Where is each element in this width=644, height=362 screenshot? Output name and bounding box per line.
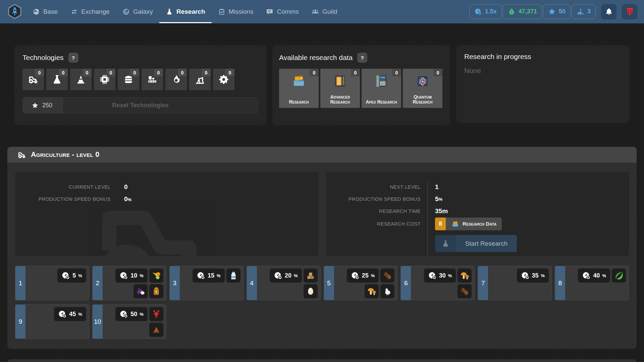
research-data-list: 0Research0Advanced Research0Apex Researc… [279,69,443,108]
flour-icon [151,286,161,296]
research-data-research[interactable]: 0Research [279,69,319,108]
stat-value: 3 [587,8,591,15]
base-icon [33,8,40,15]
mushrooms-icon [367,286,377,296]
percent-suffix: % [140,273,144,278]
tech-agriculture[interactable]: 0 [22,69,44,90]
research-data-label: Advanced Research [322,95,358,105]
percent-suffix: % [294,273,298,278]
nav-tab-galaxy[interactable]: Galaxy [116,0,159,23]
item-spices [149,323,163,337]
bonus-value: 15 [208,272,214,279]
tech-count-badge: 0 [106,69,115,76]
tech-manufacturing[interactable]: 0 [142,69,163,90]
agriculture-section: Agriculture - level 0 Current level 0 Pr… [7,147,637,349]
level-card-2[interactable]: 2 10% [92,266,166,300]
research-data-advanced-research[interactable]: 0Advanced Research [320,69,360,108]
agriculture-header[interactable]: Agriculture - level 0 [7,147,637,163]
research-data-icon [451,220,460,228]
research-in-progress-title: Research in progress [464,53,531,61]
bonus-chip: 25% [347,268,379,283]
agriculture-title: Agriculture - level 0 [31,150,99,159]
next-bonus-value: 5 [435,195,439,203]
stat-speed-multiplier[interactable]: 1.5x [469,4,502,19]
level-card-7[interactable]: 7 35% [478,266,552,300]
bonus-value: 50 [130,311,137,318]
nav-tab-research[interactable]: Research [159,0,212,23]
level-card-8[interactable]: 8 40% [555,266,629,300]
tech-food[interactable]: 0 [118,69,139,90]
nav-tab-missions[interactable]: Missions [212,0,260,23]
bonus-value: 5 [72,272,76,279]
item-flour [149,284,163,298]
item-mushrooms [458,268,472,283]
star-icon [32,102,39,109]
app-logo-rocket-icon[interactable] [7,3,23,20]
fruits-icon [151,270,161,281]
tech-count-badge: 0 [59,69,68,76]
percent-suffix: % [78,312,82,317]
milk-icon: MILK [228,270,238,281]
nav-tab-guild[interactable]: Guild [305,0,343,23]
bonus-value: 25 [362,272,369,279]
tech-science[interactable]: 0 [213,69,234,90]
level-card-10[interactable]: 10 50% [92,304,166,339]
tech-construction[interactable]: 0 [70,69,92,90]
spices-icon [151,325,161,335]
emblem-button[interactable] [622,4,637,19]
research-data-label: Research [289,100,309,105]
bonus-chip: 35% [517,268,549,283]
research-data-apex-research[interactable]: 0Apex Research [362,69,401,108]
stat-value: 1.5x [485,8,497,15]
nav-tab-base[interactable]: Base [26,0,64,23]
comms-icon [266,8,273,15]
research-data-count-badge: 0 [433,69,442,76]
research-data-count-badge: 0 [351,69,360,76]
red-emblem-icon [625,7,634,16]
level-number: 7 [478,266,488,300]
bonus-chip: 20% [270,268,302,283]
level-card-6[interactable]: 6 30% [400,266,475,300]
research-in-progress-panel: Research in progress None [456,45,630,123]
current-level-value: 0 [124,183,128,191]
research-data-help-button[interactable]: ? [357,53,367,63]
tech-count-badge: 0 [83,69,92,76]
bonus-value: 30 [439,272,446,279]
next-section-partial[interactable] [7,359,637,362]
bonus-value: 45 [69,311,76,318]
stat-stars[interactable]: 50 [543,4,571,19]
stat-credits[interactable]: $47,371 [503,4,542,19]
level-card-3[interactable]: 3 15% MILK [169,266,244,300]
bonus-chip: 40% [578,268,610,283]
level-card-1[interactable]: 1 5% [15,266,89,300]
technologies-help-button[interactable]: ? [68,53,78,63]
level-card-4[interactable]: 4 20% [247,266,321,300]
start-research-button[interactable]: Start Research [435,235,517,252]
nav-tab-exchange[interactable]: Exchange [64,0,116,23]
tech-fuel[interactable]: 0 [165,69,187,90]
wood-icon [306,270,316,281]
resource-stats: 1.5x$47,371503 [469,4,596,19]
current-level-box: Current level 0 Production speed bonus 0… [15,172,319,256]
research-data-icon [291,73,307,89]
item-milk: MILK [226,268,240,283]
bonus-chip: 5% [57,268,86,283]
technology-list: 000000000 [22,69,258,90]
level-card-9[interactable]: 9 45% [15,304,89,339]
flask-icon [166,8,173,15]
notifications-button[interactable] [601,4,616,19]
tech-research[interactable]: 0 [46,69,68,90]
reset-technologies-button[interactable]: 250 Reset Technologies [22,97,258,114]
item-wood [304,268,318,283]
nav-tab-comms[interactable]: Comms [260,0,305,23]
tech-count-badge: 0 [154,69,163,76]
flask-icon [441,239,450,248]
tech-electronics[interactable]: 0 [94,69,115,90]
research-data-quantum-research[interactable]: 0Quantum Research [403,69,442,108]
production-speed-icon [119,271,128,280]
level-card-5[interactable]: 5 25% [324,266,398,300]
tech-count-badge: 0 [202,69,211,76]
tech-mining[interactable]: 0 [189,69,211,90]
tech-count-badge: 0 [130,69,139,76]
stat-rank[interactable]: 3 [572,4,596,19]
